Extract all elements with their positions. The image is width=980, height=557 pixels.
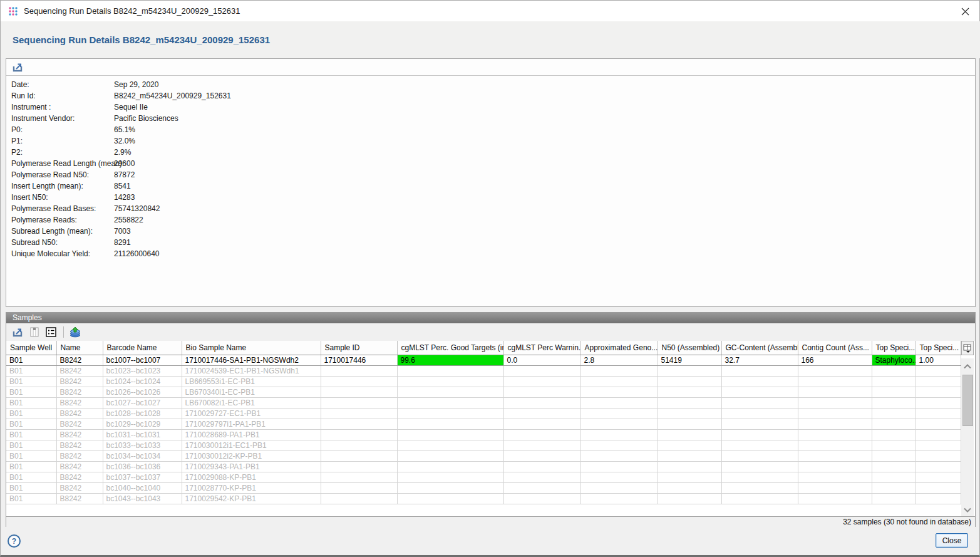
sample-row[interactable]: B01B8242bc1033--bc10331710030012i1-EC1-P… [6, 440, 961, 450]
sample-cell: B8242 [56, 461, 103, 472]
sample-cell: 1710028770-KP-PB1 [182, 482, 321, 493]
sample-row[interactable]: B01B8242bc1027--bc1027LB670082i1-EC-PB1 [6, 397, 961, 408]
sample-cell [503, 461, 580, 472]
help-icon[interactable]: ? [8, 534, 21, 548]
import-samples-icon[interactable] [68, 325, 83, 339]
close-button[interactable]: Close [936, 533, 968, 548]
sample-cell: B8242 [56, 365, 103, 376]
detail-label: Run Id: [11, 90, 114, 102]
detail-row: Insert N50:14283 [11, 192, 975, 203]
column-header[interactable]: cgMLST Perc Warnin... [503, 341, 580, 355]
sample-row[interactable]: B01B8242bc1034--bc10341710030012i2-KP-PB… [6, 450, 961, 461]
column-header[interactable]: Sample ID [321, 341, 397, 355]
sample-cell: B01 [6, 397, 56, 408]
sample-row[interactable]: B01B8242bc1043--bc10431710029542-KP-PB1 [6, 493, 961, 504]
sample-cell: B01 [6, 376, 56, 387]
column-header[interactable]: Sample Well [6, 341, 56, 355]
sample-cell [798, 440, 872, 450]
sample-cell: LB669553i1-EC-PB1 [182, 376, 321, 387]
detail-row: Polymerase Read N50:87872 [11, 169, 975, 180]
sample-row[interactable]: B01B8242bc1007--bc10071710017446-SA1-PB1… [6, 355, 961, 365]
sample-cell [658, 472, 721, 482]
sample-row[interactable]: B01B8242bc1029--bc10291710029797i1-PA1-P… [6, 419, 961, 429]
sample-cell: B01 [6, 387, 56, 397]
scroll-down-icon[interactable] [961, 504, 974, 515]
copy-table-icon[interactable] [27, 325, 42, 339]
column-header[interactable]: Barcode Name [103, 341, 182, 355]
sample-cell [397, 365, 503, 376]
sample-row[interactable]: B01B8242bc1023--bc10231710024539-EC1-PB1… [6, 365, 961, 376]
samples-table: Sample WellNameBarcode NameBio Sample Na… [6, 341, 961, 504]
detail-row: Instrument Vendor:Pacific Biosciences [11, 113, 975, 124]
column-header[interactable]: Name [56, 341, 103, 355]
column-chooser-icon[interactable] [961, 341, 974, 355]
column-header[interactable]: cgMLST Perc. Good Targets (in... [397, 341, 503, 355]
sample-cell [580, 387, 658, 397]
sample-cell [321, 440, 397, 450]
sample-cell [798, 397, 872, 408]
titlebar: Sequencing Run Details B8242_m54234U_200… [1, 1, 979, 21]
scrollbar-thumb[interactable] [962, 375, 973, 426]
scroll-up-icon[interactable] [961, 361, 974, 372]
sample-row[interactable]: B01B8242bc1026--bc1026LB670340i1-EC-PB1 [6, 387, 961, 397]
sample-cell [321, 387, 397, 397]
sample-cell [658, 365, 721, 376]
samples-panel: Samples [6, 312, 976, 528]
sample-cell [503, 493, 580, 504]
sample-cell: 1710017446-SA1-PB1-NGSWdh2 [182, 355, 321, 365]
column-header[interactable]: GC-Content (Assembl... [721, 341, 798, 355]
sample-cell [721, 397, 798, 408]
close-icon[interactable] [959, 6, 971, 17]
detail-row: Subread N50:8291 [11, 237, 975, 248]
sample-cell: bc1033--bc1033 [103, 440, 182, 450]
detail-value: 7003 [114, 227, 131, 236]
sample-row[interactable]: B01B8242bc1024--bc1024LB669553i1-EC-PB1 [6, 376, 961, 387]
sample-cell: bc1043--bc1043 [103, 493, 182, 504]
sample-cell [721, 376, 798, 387]
sample-row[interactable]: B01B8242bc1040--bc10401710028770-KP-PB1 [6, 482, 961, 493]
sample-cell [580, 429, 658, 440]
sample-cell [798, 387, 872, 397]
sample-cell: B01 [6, 429, 56, 440]
sample-cell: bc1007--bc1007 [103, 355, 182, 365]
sample-cell [658, 461, 721, 472]
sample-cell [916, 419, 961, 429]
sample-cell [872, 387, 916, 397]
open-table-icon[interactable] [43, 325, 58, 339]
sample-cell [872, 429, 916, 440]
sample-cell: B8242 [56, 450, 103, 461]
sample-row[interactable]: B01B8242bc1036--bc10361710029343-PA1-PB1 [6, 461, 961, 472]
sample-cell [798, 408, 872, 419]
column-header[interactable]: Contig Count (Ass... [798, 341, 872, 355]
sample-cell [872, 419, 916, 429]
column-header[interactable]: Approximated Geno... [580, 341, 658, 355]
export-view-icon[interactable] [11, 325, 26, 339]
vertical-scrollbar[interactable] [961, 358, 974, 516]
sample-cell [721, 419, 798, 429]
sample-cell [397, 408, 503, 419]
column-header[interactable]: N50 (Assembled) [658, 341, 721, 355]
sample-row[interactable]: B01B8242bc1037--bc10371710029088-KP-PB1 [6, 472, 961, 482]
sample-cell [580, 472, 658, 482]
sample-row[interactable]: B01B8242bc1031--bc10311710028689-PA1-PB1 [6, 429, 961, 440]
column-header[interactable]: Top Speci... [872, 341, 916, 355]
sample-cell: B8242 [56, 355, 103, 365]
sample-cell [916, 365, 961, 376]
sample-cell [798, 376, 872, 387]
sample-cell: 1710029542-KP-PB1 [182, 493, 321, 504]
column-header[interactable]: Bio Sample Name [182, 341, 321, 355]
sample-cell [580, 365, 658, 376]
sample-cell: B8242 [56, 472, 103, 482]
detail-value: 2558822 [114, 216, 143, 224]
sample-cell: bc1024--bc1024 [103, 376, 182, 387]
sample-cell [503, 376, 580, 387]
sample-row[interactable]: B01B8242bc1028--bc10281710029727-EC1-PB1 [6, 408, 961, 419]
sample-cell [798, 365, 872, 376]
sample-cell [872, 461, 916, 472]
sample-cell: 1710029797i1-PA1-PB1 [182, 419, 321, 429]
export-view-icon[interactable] [11, 60, 26, 74]
sample-cell [321, 429, 397, 440]
sample-cell [658, 450, 721, 461]
column-header[interactable]: Top Speci... [916, 341, 961, 355]
detail-row: P2:2.9% [11, 147, 975, 158]
